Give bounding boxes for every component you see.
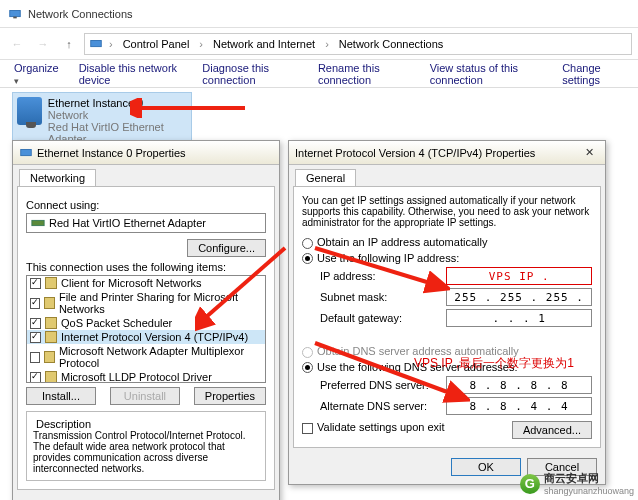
watermark: G 商云安卓网 shangyunanzhuowang	[520, 471, 634, 496]
list-item[interactable]: Internet Protocol Version 4 (TCP/IPv4)	[27, 330, 265, 344]
description-text: Transmission Control Protocol/Internet P…	[33, 430, 259, 474]
window-titlebar: Network Connections	[0, 0, 638, 28]
logo-icon: G	[520, 474, 540, 494]
rename-button[interactable]: Rename this connection	[308, 58, 420, 90]
list-item-label: Client for Microsoft Networks	[61, 277, 202, 289]
subnet-mask-label: Subnet mask:	[320, 291, 446, 303]
ipv4-properties-dialog: Internet Protocol Version 4 (TCP/IPv4) P…	[288, 140, 606, 485]
ip-address-input[interactable]: VPS IP .	[446, 267, 592, 285]
back-button[interactable]: ←	[6, 33, 28, 55]
protocol-icon	[45, 317, 57, 329]
adapter-field: Red Hat VirtIO Ethernet Adapter	[26, 213, 266, 233]
view-status-button[interactable]: View status of this connection	[420, 58, 553, 90]
chevron-right-icon: ›	[321, 38, 333, 50]
preferred-dns-label: Preferred DNS server:	[320, 379, 446, 391]
window-title: Network Connections	[28, 8, 133, 20]
checkbox[interactable]	[30, 352, 40, 363]
checkbox[interactable]	[30, 332, 41, 343]
change-settings-button[interactable]: Change settings	[552, 58, 634, 90]
checkbox[interactable]	[30, 278, 41, 289]
configure-button[interactable]: Configure...	[187, 239, 266, 257]
network-icon	[89, 37, 103, 51]
watermark-brand: 商云安卓网	[544, 472, 599, 484]
organize-menu[interactable]: Organize	[4, 58, 69, 90]
ethernet-icon	[17, 97, 42, 125]
svg-rect-5	[32, 220, 44, 225]
description-label: Description	[33, 418, 94, 430]
breadcrumb[interactable]: › Control Panel › Network and Internet ›…	[84, 33, 632, 55]
nav-row: ← → ↑ › Control Panel › Network and Inte…	[0, 28, 638, 60]
protocol-icon	[44, 297, 55, 309]
tab-general[interactable]: General	[295, 169, 356, 186]
list-item-label: QoS Packet Scheduler	[61, 317, 172, 329]
radio-use-ip[interactable]: Use the following IP address:	[302, 252, 592, 265]
breadcrumb-item[interactable]: Control Panel	[119, 38, 194, 50]
network-icon	[8, 7, 22, 21]
protocol-icon	[45, 371, 57, 383]
list-item[interactable]: Microsoft Network Adapter Multiplexor Pr…	[27, 344, 265, 370]
subnet-mask-input[interactable]: 255 . 255 . 255 . 0	[446, 288, 592, 306]
chevron-right-icon: ›	[195, 38, 207, 50]
toolbar: Organize Disable this network device Dia…	[0, 60, 638, 88]
preferred-dns-input[interactable]: 8 . 8 . 8 . 8	[446, 376, 592, 394]
ethernet-properties-dialog: Ethernet Instance 0 Properties Networkin…	[12, 140, 280, 500]
svg-rect-4	[21, 149, 32, 155]
dialog-titlebar[interactable]: Internet Protocol Version 4 (TCP/IPv4) P…	[289, 141, 605, 165]
list-item-label: Microsoft Network Adapter Multiplexor Pr…	[59, 345, 262, 369]
dialog-title: Internet Protocol Version 4 (TCP/IPv4) P…	[295, 147, 535, 159]
connection-status: Network	[48, 109, 187, 121]
list-item-label: Microsoft LLDP Protocol Driver	[61, 371, 212, 383]
description-group: Description Transmission Control Protoco…	[26, 411, 266, 481]
svg-rect-2	[91, 40, 102, 46]
svg-rect-1	[13, 16, 17, 18]
validate-checkbox[interactable]: Validate settings upon exit Advanced...	[302, 421, 592, 434]
protocol-icon	[45, 331, 57, 343]
alternate-dns-label: Alternate DNS server:	[320, 400, 446, 412]
forward-button[interactable]: →	[32, 33, 54, 55]
breadcrumb-item[interactable]: Network Connections	[335, 38, 448, 50]
connect-using-label: Connect using:	[26, 199, 266, 211]
checkbox[interactable]	[30, 298, 40, 309]
dialog-title: Ethernet Instance 0 Properties	[37, 147, 186, 159]
install-button[interactable]: Install...	[26, 387, 96, 405]
default-gateway-label: Default gateway:	[320, 312, 446, 324]
ok-button[interactable]: OK	[451, 458, 521, 476]
list-item[interactable]: File and Printer Sharing for Microsoft N…	[27, 290, 265, 316]
dialog-titlebar[interactable]: Ethernet Instance 0 Properties	[13, 141, 279, 165]
tab-networking[interactable]: Networking	[19, 169, 96, 186]
ip-address-label: IP address:	[320, 270, 446, 282]
ipv4-intro-text: You can get IP settings assigned automat…	[302, 195, 592, 228]
diagnose-button[interactable]: Diagnose this connection	[192, 58, 308, 90]
disable-device-button[interactable]: Disable this network device	[69, 58, 193, 90]
chevron-right-icon: ›	[105, 38, 117, 50]
list-item[interactable]: Microsoft LLDP Protocol Driver	[27, 370, 265, 383]
protocol-icon	[44, 351, 55, 363]
alternate-dns-input[interactable]: 8 . 8 . 4 . 4	[446, 397, 592, 415]
connection-name: Ethernet Instance 0	[48, 97, 187, 109]
ethernet-icon	[19, 146, 33, 160]
radio-auto-ip[interactable]: Obtain an IP address automatically	[302, 236, 592, 249]
annotation-text: VPS IP ,最后一个数字更换为1	[414, 355, 574, 372]
default-gateway-input[interactable]: . . . 1	[446, 309, 592, 327]
watermark-sub: shangyunanzhuowang	[544, 486, 634, 496]
list-item-label: File and Printer Sharing for Microsoft N…	[59, 291, 262, 315]
checkbox[interactable]	[30, 318, 41, 329]
up-button[interactable]: ↑	[58, 33, 80, 55]
adapter-name: Red Hat VirtIO Ethernet Adapter	[49, 217, 206, 229]
close-icon[interactable]: ✕	[579, 146, 599, 159]
breadcrumb-item[interactable]: Network and Internet	[209, 38, 319, 50]
svg-rect-0	[10, 10, 21, 16]
connection-text: Ethernet Instance 0 Network Red Hat Virt…	[48, 97, 187, 145]
list-item-label: Internet Protocol Version 4 (TCP/IPv4)	[61, 331, 248, 343]
properties-button[interactable]: Properties	[194, 387, 266, 405]
nic-icon	[31, 216, 45, 230]
advanced-button[interactable]: Advanced...	[512, 421, 592, 439]
list-item[interactable]: QoS Packet Scheduler	[27, 316, 265, 330]
protocol-list[interactable]: Client for Microsoft NetworksFile and Pr…	[26, 275, 266, 383]
protocol-icon	[45, 277, 57, 289]
uninstall-button: Uninstall	[110, 387, 180, 405]
list-item[interactable]: Client for Microsoft Networks	[27, 276, 265, 290]
checkbox[interactable]	[30, 372, 41, 383]
items-label: This connection uses the following items…	[26, 261, 266, 273]
